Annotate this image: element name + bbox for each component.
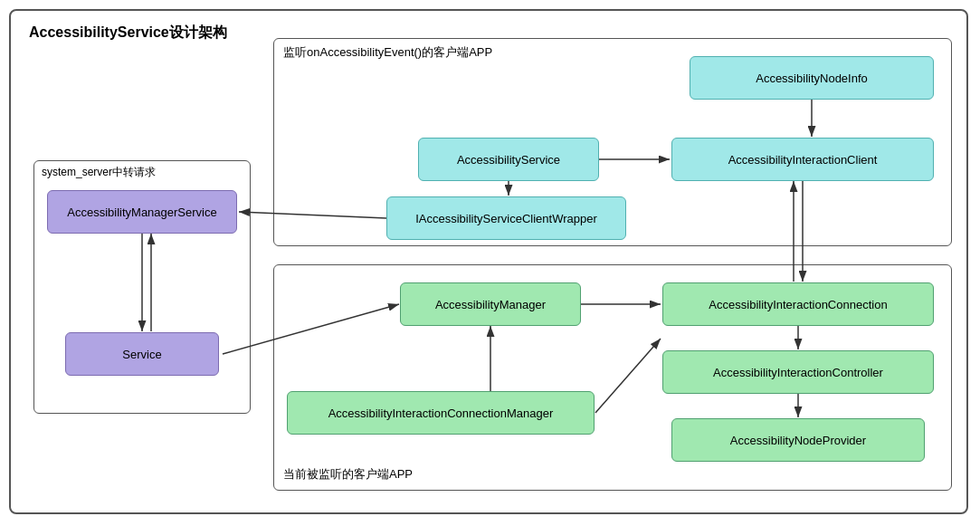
node-accessibility-interaction-controller: AccessibilityInteractionController [662, 350, 934, 394]
node-accessibility-service: AccessibilityService [418, 138, 599, 181]
diagram-container: AccessibilityService设计架构 监听onAccessibili… [9, 9, 968, 514]
main-title: AccessibilityService设计架构 [29, 24, 227, 43]
node-accessibility-node-provider: AccessibilityNodeProvider [671, 418, 925, 462]
node-accessibility-interaction-connection-manager: AccessibilityInteractionConnectionManage… [287, 391, 595, 435]
node-accessibility-interaction-connection: AccessibilityInteractionConnection [662, 282, 934, 326]
left-section-label: system_server中转请求 [42, 165, 156, 180]
node-accessibility-manager: AccessibilityManager [400, 282, 581, 326]
top-right-section-label: 监听onAccessibilityEvent()的客户端APP [283, 44, 492, 61]
node-i-accessibility-service-client-wrapper: IAccessibilityServiceClientWrapper [386, 196, 626, 240]
node-accessibility-node-info: AccessibilityNodeInfo [690, 56, 934, 100]
node-accessibility-interaction-client: AccessibilityInteractionClient [671, 138, 934, 181]
bottom-right-section-label: 当前被监听的客户端APP [283, 466, 413, 483]
node-accessibility-manager-service: AccessibilityManagerService [47, 190, 237, 234]
node-service: Service [65, 332, 219, 376]
